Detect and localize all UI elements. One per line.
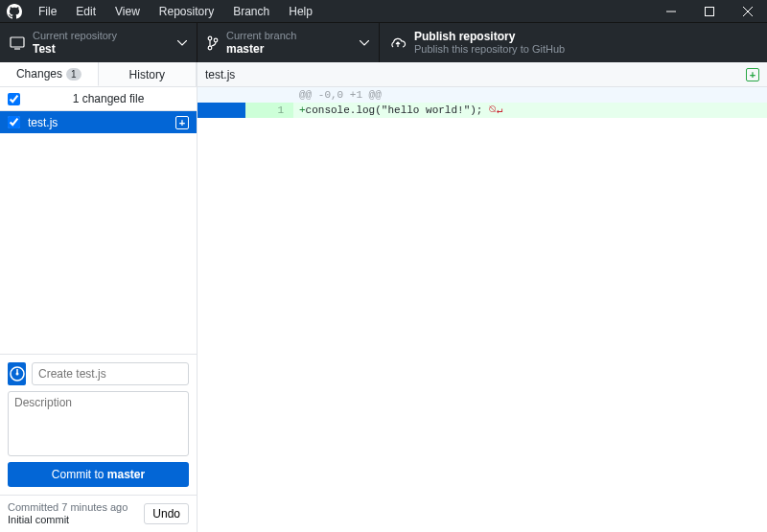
- no-newline-icon: ⦰↵: [489, 104, 503, 116]
- sidebar-tabs: Changes 1 History: [0, 62, 197, 87]
- branch-icon: [207, 35, 219, 51]
- last-commit-time: Committed 7 minutes ago: [8, 501, 138, 514]
- svg-point-6: [208, 36, 212, 40]
- added-status-icon: +: [746, 68, 759, 81]
- hunk-text: @@ -0,0 +1 @@: [293, 87, 767, 103]
- chevron-down-icon: [177, 40, 187, 46]
- diff-line-added[interactable]: 1 +console.log("hello world!"); ⦰↵: [198, 103, 767, 118]
- cloud-upload-icon: [389, 36, 407, 50]
- tab-changes[interactable]: Changes 1: [0, 62, 99, 86]
- diff-panel: test.js + @@ -0,0 +1 @@ 1 +console.log("…: [198, 62, 767, 532]
- avatar-icon: [8, 362, 26, 385]
- menu-repository[interactable]: Repository: [150, 1, 223, 22]
- publish-desc: Publish this repository to GitHub: [414, 43, 757, 56]
- file-list-area: [0, 133, 197, 355]
- last-commit-message: Initial commit: [8, 514, 138, 526]
- title-bar: File Edit View Repository Branch Help: [0, 0, 767, 22]
- chevron-down-icon: [360, 40, 369, 46]
- svg-point-7: [208, 46, 212, 50]
- changes-count-badge: 1: [66, 68, 81, 81]
- menu-file[interactable]: File: [29, 1, 66, 22]
- changed-files-count: 1 changed file: [28, 92, 189, 105]
- monitor-icon: [10, 36, 25, 50]
- last-commit-row: Committed 7 minutes ago Initial commit U…: [0, 495, 197, 532]
- repo-label: Current repository: [33, 30, 170, 42]
- branch-name: master: [226, 42, 352, 56]
- file-checkbox[interactable]: [8, 116, 20, 128]
- plus-marker: +: [299, 104, 306, 116]
- added-status-icon: +: [175, 116, 189, 129]
- menu-help[interactable]: Help: [279, 1, 322, 22]
- line-number: 1: [245, 103, 293, 118]
- diff-header: test.js +: [198, 62, 767, 87]
- publish-title: Publish repository: [414, 30, 757, 43]
- undo-button[interactable]: Undo: [144, 503, 189, 524]
- file-list-item[interactable]: test.js +: [0, 111, 197, 133]
- maximize-icon[interactable]: [690, 0, 729, 22]
- diff-filename: test.js: [205, 68, 746, 81]
- tab-changes-label: Changes: [16, 67, 62, 81]
- branch-label: Current branch: [226, 30, 352, 42]
- commit-form: Commit to master: [0, 355, 197, 495]
- minimize-icon[interactable]: [652, 0, 690, 22]
- diff-hunk-header: @@ -0,0 +1 @@: [198, 87, 767, 103]
- menu-branch[interactable]: Branch: [223, 1, 279, 22]
- menu-edit[interactable]: Edit: [66, 1, 105, 22]
- window-controls: [652, 0, 767, 22]
- tab-history[interactable]: History: [99, 62, 198, 86]
- repo-selector[interactable]: Current repository Test: [0, 23, 198, 62]
- select-all-checkbox[interactable]: [8, 93, 20, 105]
- file-name: test.js: [28, 116, 168, 129]
- toolbar: Current repository Test Current branch m…: [0, 22, 767, 62]
- branch-selector[interactable]: Current branch master: [198, 23, 380, 62]
- svg-point-11: [15, 372, 18, 375]
- publish-button[interactable]: Publish repository Publish this reposito…: [380, 23, 767, 62]
- sidebar: Changes 1 History 1 changed file test.js…: [0, 62, 198, 532]
- svg-rect-4: [11, 37, 24, 47]
- commit-summary-input[interactable]: [32, 362, 189, 385]
- diff-body: @@ -0,0 +1 @@ 1 +console.log("hello worl…: [198, 87, 767, 532]
- code-text: console.log("hello world!");: [306, 104, 489, 116]
- changed-files-header: 1 changed file: [0, 87, 197, 111]
- repo-name: Test: [33, 42, 170, 56]
- commit-description-input[interactable]: [8, 391, 189, 456]
- close-icon[interactable]: [729, 0, 767, 22]
- menu-bar: File Edit View Repository Branch Help: [29, 1, 322, 22]
- commit-button[interactable]: Commit to master: [8, 462, 189, 487]
- commit-btn-branch: master: [107, 468, 145, 481]
- svg-point-8: [214, 38, 218, 42]
- commit-btn-prefix: Commit to: [52, 468, 107, 481]
- github-logo-icon: [0, 4, 29, 19]
- svg-rect-1: [706, 7, 714, 15]
- menu-view[interactable]: View: [105, 1, 150, 22]
